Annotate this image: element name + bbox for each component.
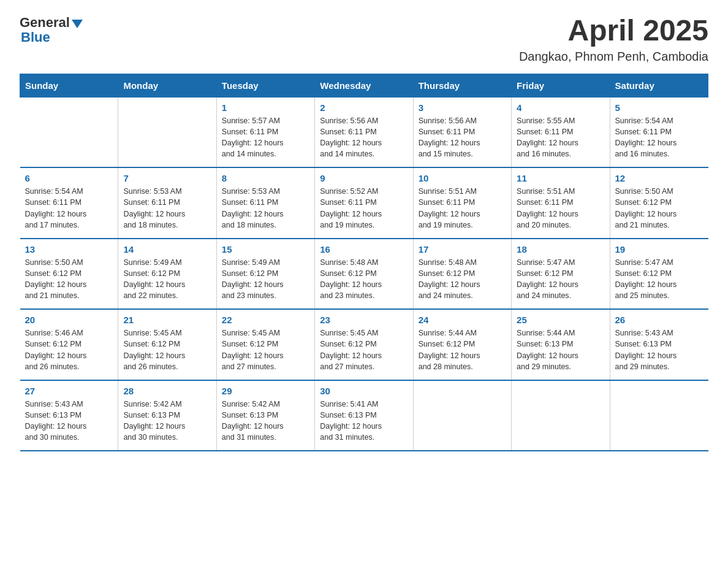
day-number: 4 xyxy=(517,102,604,113)
day-info: Sunrise: 5:54 AMSunset: 6:11 PMDaylight:… xyxy=(25,186,113,231)
calendar-cell: 19Sunrise: 5:47 AMSunset: 6:12 PMDayligh… xyxy=(610,239,708,310)
day-number: 28 xyxy=(123,386,211,396)
header-day-saturday: Saturday xyxy=(610,74,708,97)
day-info: Sunrise: 5:54 AMSunset: 6:11 PMDaylight:… xyxy=(615,115,703,160)
calendar-cell: 15Sunrise: 5:49 AMSunset: 6:12 PMDayligh… xyxy=(216,239,314,310)
day-info: Sunrise: 5:47 AMSunset: 6:12 PMDaylight:… xyxy=(615,257,703,302)
calendar-week-row: 1Sunrise: 5:57 AMSunset: 6:11 PMDaylight… xyxy=(20,97,708,167)
day-number: 3 xyxy=(419,102,506,113)
calendar-cell: 8Sunrise: 5:53 AMSunset: 6:11 PMDaylight… xyxy=(216,167,314,239)
day-info: Sunrise: 5:56 AMSunset: 6:11 PMDaylight:… xyxy=(320,115,408,160)
calendar-cell xyxy=(512,380,610,451)
logo-general-text: General xyxy=(20,15,70,31)
day-info: Sunrise: 5:45 AMSunset: 6:12 PMDaylight:… xyxy=(222,327,309,372)
calendar-cell: 9Sunrise: 5:52 AMSunset: 6:11 PMDaylight… xyxy=(315,167,413,239)
calendar-cell: 4Sunrise: 5:55 AMSunset: 6:11 PMDaylight… xyxy=(512,97,610,167)
day-number: 9 xyxy=(320,173,408,183)
calendar-cell xyxy=(610,380,708,451)
day-info: Sunrise: 5:46 AMSunset: 6:12 PMDaylight:… xyxy=(25,327,113,372)
calendar-header-row: SundayMondayTuesdayWednesdayThursdayFrid… xyxy=(20,74,708,97)
day-info: Sunrise: 5:51 AMSunset: 6:11 PMDaylight:… xyxy=(419,186,506,231)
header-day-tuesday: Tuesday xyxy=(216,74,314,97)
calendar-cell: 21Sunrise: 5:45 AMSunset: 6:12 PMDayligh… xyxy=(118,309,216,380)
day-info: Sunrise: 5:45 AMSunset: 6:12 PMDaylight:… xyxy=(320,327,408,372)
day-number: 6 xyxy=(25,173,113,183)
day-number: 14 xyxy=(123,244,211,255)
calendar-cell: 28Sunrise: 5:42 AMSunset: 6:13 PMDayligh… xyxy=(118,380,216,451)
day-info: Sunrise: 5:53 AMSunset: 6:11 PMDaylight:… xyxy=(222,186,309,231)
day-info: Sunrise: 5:56 AMSunset: 6:11 PMDaylight:… xyxy=(419,115,506,160)
day-info: Sunrise: 5:52 AMSunset: 6:11 PMDaylight:… xyxy=(320,186,408,231)
day-info: Sunrise: 5:44 AMSunset: 6:13 PMDaylight:… xyxy=(517,327,604,372)
day-number: 17 xyxy=(419,244,506,255)
main-title: April 2025 xyxy=(519,15,708,47)
header-day-friday: Friday xyxy=(512,74,610,97)
calendar-cell xyxy=(413,380,511,451)
day-number: 8 xyxy=(222,173,309,183)
title-area: April 2025 Dangkao, Phnom Penh, Cambodia xyxy=(519,15,708,64)
calendar-cell: 11Sunrise: 5:51 AMSunset: 6:11 PMDayligh… xyxy=(512,167,610,239)
calendar-cell: 12Sunrise: 5:50 AMSunset: 6:12 PMDayligh… xyxy=(610,167,708,239)
calendar-cell: 29Sunrise: 5:42 AMSunset: 6:13 PMDayligh… xyxy=(216,380,314,451)
calendar-cell: 6Sunrise: 5:54 AMSunset: 6:11 PMDaylight… xyxy=(20,167,118,239)
calendar-cell: 23Sunrise: 5:45 AMSunset: 6:12 PMDayligh… xyxy=(315,309,413,380)
day-info: Sunrise: 5:43 AMSunset: 6:13 PMDaylight:… xyxy=(615,327,703,372)
calendar-cell: 5Sunrise: 5:54 AMSunset: 6:11 PMDaylight… xyxy=(610,97,708,167)
day-number: 18 xyxy=(517,244,604,255)
day-number: 5 xyxy=(615,102,703,113)
calendar-cell: 20Sunrise: 5:46 AMSunset: 6:12 PMDayligh… xyxy=(20,309,118,380)
subtitle: Dangkao, Phnom Penh, Cambodia xyxy=(519,50,708,64)
logo-arrow-icon xyxy=(72,20,83,28)
calendar-cell: 16Sunrise: 5:48 AMSunset: 6:12 PMDayligh… xyxy=(315,239,413,310)
calendar-cell: 30Sunrise: 5:41 AMSunset: 6:13 PMDayligh… xyxy=(315,380,413,451)
day-info: Sunrise: 5:49 AMSunset: 6:12 PMDaylight:… xyxy=(222,257,309,302)
calendar-cell xyxy=(20,97,118,167)
calendar-week-row: 13Sunrise: 5:50 AMSunset: 6:12 PMDayligh… xyxy=(20,239,708,310)
day-info: Sunrise: 5:55 AMSunset: 6:11 PMDaylight:… xyxy=(517,115,604,160)
day-number: 15 xyxy=(222,244,309,255)
day-number: 10 xyxy=(419,173,506,183)
day-number: 23 xyxy=(320,315,408,325)
day-info: Sunrise: 5:49 AMSunset: 6:12 PMDaylight:… xyxy=(123,257,211,302)
calendar-week-row: 20Sunrise: 5:46 AMSunset: 6:12 PMDayligh… xyxy=(20,309,708,380)
day-number: 19 xyxy=(615,244,703,255)
calendar-week-row: 6Sunrise: 5:54 AMSunset: 6:11 PMDaylight… xyxy=(20,167,708,239)
calendar-cell: 2Sunrise: 5:56 AMSunset: 6:11 PMDaylight… xyxy=(315,97,413,167)
header-day-sunday: Sunday xyxy=(20,74,118,97)
calendar-cell: 27Sunrise: 5:43 AMSunset: 6:13 PMDayligh… xyxy=(20,380,118,451)
day-number: 16 xyxy=(320,244,408,255)
day-number: 30 xyxy=(320,386,408,396)
logo: General Blue xyxy=(20,15,83,45)
calendar-cell: 22Sunrise: 5:45 AMSunset: 6:12 PMDayligh… xyxy=(216,309,314,380)
logo-blue-text: Blue xyxy=(20,29,83,45)
day-number: 26 xyxy=(615,315,703,325)
day-info: Sunrise: 5:50 AMSunset: 6:12 PMDaylight:… xyxy=(615,186,703,231)
calendar-cell: 13Sunrise: 5:50 AMSunset: 6:12 PMDayligh… xyxy=(20,239,118,310)
day-number: 7 xyxy=(123,173,211,183)
day-info: Sunrise: 5:48 AMSunset: 6:12 PMDaylight:… xyxy=(419,257,506,302)
day-number: 29 xyxy=(222,386,309,396)
day-info: Sunrise: 5:42 AMSunset: 6:13 PMDaylight:… xyxy=(123,399,211,443)
day-info: Sunrise: 5:48 AMSunset: 6:12 PMDaylight:… xyxy=(320,257,408,302)
calendar-cell: 1Sunrise: 5:57 AMSunset: 6:11 PMDaylight… xyxy=(216,97,314,167)
day-info: Sunrise: 5:41 AMSunset: 6:13 PMDaylight:… xyxy=(320,399,408,443)
calendar-table: SundayMondayTuesdayWednesdayThursdayFrid… xyxy=(20,74,708,452)
calendar-cell: 10Sunrise: 5:51 AMSunset: 6:11 PMDayligh… xyxy=(413,167,511,239)
header-day-monday: Monday xyxy=(118,74,216,97)
day-number: 2 xyxy=(320,102,408,113)
day-number: 13 xyxy=(25,244,113,255)
header-day-wednesday: Wednesday xyxy=(315,74,413,97)
day-number: 11 xyxy=(517,173,604,183)
day-number: 25 xyxy=(517,315,604,325)
calendar-week-row: 27Sunrise: 5:43 AMSunset: 6:13 PMDayligh… xyxy=(20,380,708,451)
page-header: General Blue April 2025 Dangkao, Phnom P… xyxy=(20,15,708,64)
day-number: 12 xyxy=(615,173,703,183)
calendar-cell: 17Sunrise: 5:48 AMSunset: 6:12 PMDayligh… xyxy=(413,239,511,310)
day-number: 1 xyxy=(222,102,309,113)
calendar-cell xyxy=(118,97,216,167)
calendar-cell: 18Sunrise: 5:47 AMSunset: 6:12 PMDayligh… xyxy=(512,239,610,310)
day-info: Sunrise: 5:44 AMSunset: 6:12 PMDaylight:… xyxy=(419,327,506,372)
calendar-cell: 3Sunrise: 5:56 AMSunset: 6:11 PMDaylight… xyxy=(413,97,511,167)
day-number: 20 xyxy=(25,315,113,325)
day-info: Sunrise: 5:42 AMSunset: 6:13 PMDaylight:… xyxy=(222,399,309,443)
